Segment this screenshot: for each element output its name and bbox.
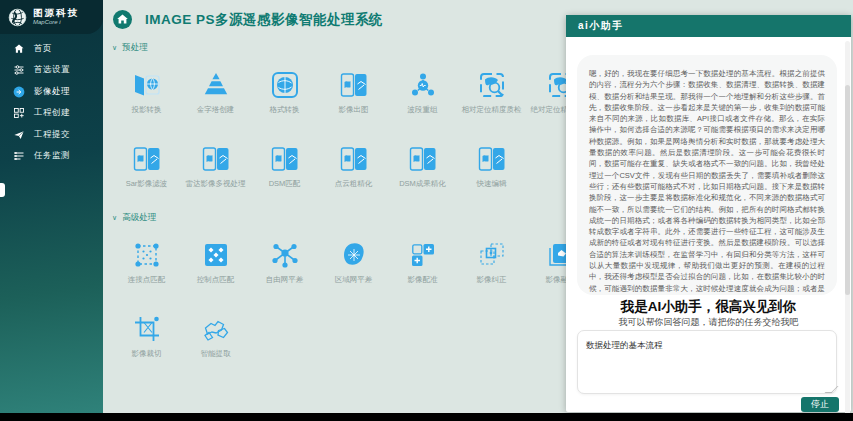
section-header-预处理[interactable]: ∨ 预处理	[112, 42, 598, 54]
sidebar-item-影像处理[interactable]: 影像处理	[0, 81, 103, 103]
tool-item-相对定位精度质检[interactable]: 相对定位精度质检	[457, 58, 526, 132]
logo: 图源科技 MapCore i	[0, 0, 103, 34]
sidebar-item-工程创建[interactable]: 工程创建	[0, 103, 103, 125]
tool-label: DSM成果精化	[399, 179, 446, 189]
tool-label: 金字塔创建	[197, 105, 235, 115]
tool-label: 相对定位精度质检	[462, 105, 522, 115]
tool-item-雷达影像多视处理[interactable]: 雷达影像多视处理	[181, 132, 250, 206]
tool-item-影像纠正[interactable]: 影像纠正	[457, 228, 526, 302]
tool-item-区域网平差[interactable]: 区域网平差	[319, 228, 388, 302]
projection-convert-icon	[132, 70, 162, 100]
collapsed-panel-handle[interactable]	[0, 183, 5, 197]
tool-item-智能提取[interactable]: 智能提取	[181, 302, 250, 376]
chevron-down-icon: ∨	[112, 44, 117, 52]
home-icon	[113, 10, 132, 29]
tool-label: 影像配准	[408, 275, 438, 285]
tool-item-连接点匹配[interactable]: 连接点匹配	[112, 228, 181, 302]
image-register-icon	[408, 240, 438, 270]
tool-item-格式转换[interactable]: 格式转换	[250, 58, 319, 132]
logo-title: 图源科技	[33, 8, 79, 18]
settings-icon	[13, 64, 25, 76]
logo-subtitle: MapCore i	[33, 19, 79, 26]
tool-label: Sar影像滤波	[126, 179, 168, 189]
tool-label: 影像出图	[339, 105, 369, 115]
dsm-result-refine-icon	[408, 144, 438, 174]
sidebar-item-label: 工程提交	[34, 129, 70, 141]
image-processing-icon	[13, 86, 25, 98]
tool-item-Sar影像滤波[interactable]: Sar影像滤波	[112, 132, 181, 206]
home-icon	[13, 43, 25, 55]
sidebar-item-label: 影像处理	[34, 86, 70, 98]
section-title: 高级处理	[122, 212, 156, 224]
tool-item-影像出图[interactable]: 影像出图	[319, 58, 388, 132]
pointcloud-refine-icon	[339, 144, 369, 174]
tool-label: 区域网平差	[335, 275, 373, 285]
sidebar-item-label: 首选设置	[34, 64, 70, 76]
tool-item-DSM匹配[interactable]: DSM匹配	[250, 132, 319, 206]
tool-label: 投影转换	[132, 105, 162, 115]
tool-item-点云粗精化[interactable]: 点云粗精化	[319, 132, 388, 206]
project-create-icon	[13, 107, 25, 119]
tool-label: 影像纠正	[477, 275, 507, 285]
ai-message-bubble: 嗯，好的，我现在要仔细思考一下数据处理的基本流程。根据之前提供的内容，流程分为六…	[577, 55, 837, 295]
scrollbar-thumb[interactable]	[845, 85, 850, 295]
tie-point-match-icon	[132, 240, 162, 270]
main-header: IMAGE PS多源遥感影像智能处理系统	[113, 10, 383, 29]
sidebar-item-label: 工程创建	[34, 107, 70, 119]
sar-filter-icon	[132, 144, 162, 174]
bottom-black-bar	[0, 413, 853, 421]
quick-edit-icon	[477, 144, 507, 174]
smart-extract-icon	[201, 314, 231, 344]
sidebar-item-工程提交[interactable]: 工程提交	[0, 124, 103, 146]
globe-logo-icon	[7, 7, 28, 28]
radar-multilook-icon	[201, 144, 231, 174]
sidebar-item-首选设置[interactable]: 首选设置	[0, 60, 103, 82]
app-window: 图源科技 MapCore i 首页 首选设置 影像处理 工程创建 工程提交 任务…	[0, 0, 853, 421]
ai-message-text: 嗯，好的，我现在要仔细思考一下数据处理的基本流程。根据之前提供的内容，流程分为六…	[589, 68, 825, 295]
sidebar-item-任务监测[interactable]: 任务监测	[0, 146, 103, 168]
tool-grid: 连接点匹配 控制点匹配 自由网平差 区域网平差 影像配准 影像纠正 影像融合 影…	[112, 228, 598, 376]
tool-item-影像配准[interactable]: 影像配准	[388, 228, 457, 302]
format-convert-icon	[270, 70, 300, 100]
ai-question-input[interactable]: 数据处理的基本流程	[577, 330, 837, 394]
band-recombine-icon	[408, 70, 438, 100]
sidebar-item-label: 任务监测	[34, 150, 70, 162]
tool-label: 格式转换	[270, 105, 300, 115]
tool-item-DSM成果精化[interactable]: DSM成果精化	[388, 132, 457, 206]
tool-item-快速编辑[interactable]: 快速编辑	[457, 132, 526, 206]
sidebar-item-label: 首页	[34, 43, 52, 55]
tool-item-投影转换[interactable]: 投影转换	[112, 58, 181, 132]
sidebar: 图源科技 MapCore i 首页 首选设置 影像处理 工程创建 工程提交 任务…	[0, 0, 103, 413]
tool-item-控制点匹配[interactable]: 控制点匹配	[181, 228, 250, 302]
tool-item-金字塔创建[interactable]: 金字塔创建	[181, 58, 250, 132]
tool-label: 雷达影像多视处理	[186, 179, 246, 189]
sidebar-menu: 首页 首选设置 影像处理 工程创建 工程提交 任务监测	[0, 38, 103, 167]
section-title: 预处理	[122, 42, 148, 54]
home-circle-button[interactable]	[113, 10, 132, 29]
image-crop-icon	[132, 314, 162, 344]
tool-item-影像裁切[interactable]: 影像裁切	[112, 302, 181, 376]
tool-label: 点云粗精化	[335, 179, 373, 189]
tool-item-自由网平差[interactable]: 自由网平差	[250, 228, 319, 302]
page-title: IMAGE PS多源遥感影像智能处理系统	[145, 11, 383, 29]
tool-label: 快速编辑	[477, 179, 507, 189]
ai-greeting-title: 我是AI小助手，很高兴见到你	[566, 298, 851, 316]
tool-label: 影像裁切	[132, 349, 162, 359]
tool-grid: 投影转换 金字塔创建 格式转换 影像出图 波段重组 相对定位精度质检 绝对定位精…	[112, 58, 598, 206]
section-header-高级处理[interactable]: ∨ 高级处理	[112, 212, 598, 224]
tool-item-波段重组[interactable]: 波段重组	[388, 58, 457, 132]
pyramid-create-icon	[201, 70, 231, 100]
ai-panel-title: ai小助手	[566, 15, 851, 37]
sidebar-item-首页[interactable]: 首页	[0, 38, 103, 60]
ai-greeting-subtitle: 我可以帮你回答问题，请把你的任务交给我吧	[566, 316, 851, 329]
tool-label: 智能提取	[201, 349, 231, 359]
stop-button[interactable]: 停止	[801, 397, 839, 412]
chevron-down-icon: ∨	[112, 214, 117, 222]
tool-label: 自由网平差	[266, 275, 304, 285]
task-monitor-icon	[13, 150, 25, 162]
project-submit-icon	[13, 129, 25, 141]
image-export-icon	[339, 70, 369, 100]
tool-label: 控制点匹配	[197, 275, 235, 285]
tool-label: 波段重组	[408, 105, 438, 115]
tool-label: 连接点匹配	[128, 275, 166, 285]
